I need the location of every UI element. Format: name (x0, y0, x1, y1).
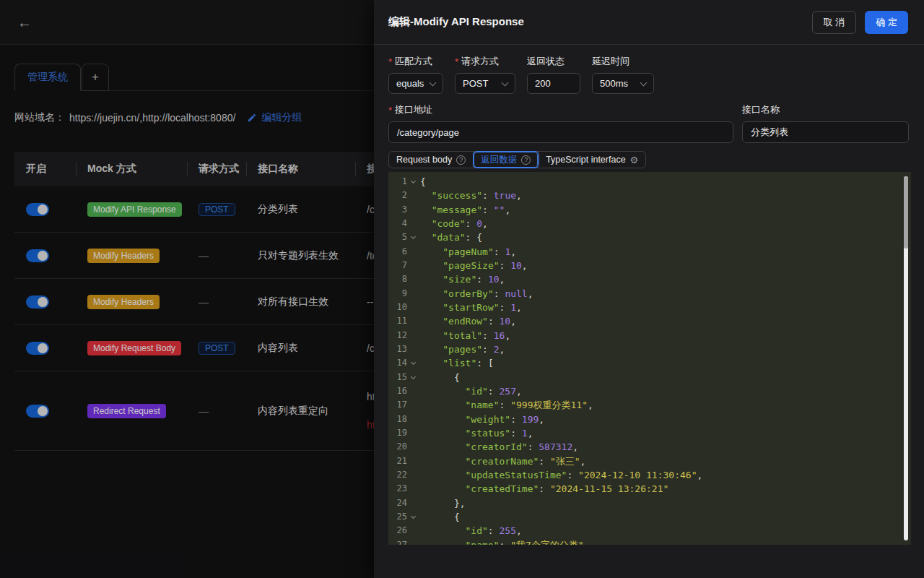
request-method-select[interactable]: POST (455, 73, 515, 94)
api-url-group: *接口地址 /category/page (388, 103, 733, 143)
help-circle-icon[interactable]: ? (456, 155, 466, 165)
drawer-overlay-mask[interactable] (0, 0, 374, 578)
editor-tab-active[interactable]: 返回数据? (474, 152, 539, 168)
token-n: null (505, 288, 527, 299)
token-k: "total" (443, 330, 482, 341)
api-name-input[interactable]: 分类列表 (742, 121, 909, 143)
editor-mode-tabs: Request body?返回数据?TypeScript interface⚙ (388, 151, 646, 168)
chevron-down-icon (430, 79, 437, 86)
required-asterisk: * (455, 56, 458, 67)
fold-caret-icon[interactable] (407, 175, 419, 189)
line-number: 18 (388, 413, 407, 426)
code-text: "id": 257, (420, 384, 911, 398)
token-p: , (516, 386, 522, 397)
token-k: "code" (432, 218, 466, 229)
token-k: "status" (466, 428, 511, 439)
token-p: { (454, 512, 460, 522)
fold-spacer (407, 217, 419, 230)
line-number: 11 (388, 314, 407, 328)
token-n: 1 (522, 428, 528, 439)
code-text: "total": 16, (420, 329, 911, 342)
fold-spacer (407, 468, 419, 482)
help-circle-icon[interactable]: ? (521, 155, 531, 165)
delay-time-select[interactable]: 500ms (592, 73, 654, 94)
token-n: 587312 (539, 441, 572, 452)
token-n: 1 (510, 302, 516, 313)
code-text: "creatorId": 587312, (420, 440, 911, 454)
fold-spacer (407, 454, 419, 468)
token-s: "我7个字的分类" (510, 540, 583, 545)
code-line: 8"size": 10, (388, 272, 911, 286)
line-number: 6 (388, 245, 407, 259)
fold-spacer (407, 272, 419, 286)
token-p: : (494, 288, 505, 299)
gear-icon[interactable]: ⚙ (630, 155, 639, 165)
code-line: 21"creatorName": "张三", (388, 454, 911, 468)
edit-drawer: 编辑-Modify API Response 取 消 确 定 *匹配方式 equ… (374, 0, 924, 578)
token-p: : (488, 386, 500, 397)
code-line: 6"pageNum": 1, (388, 245, 911, 259)
code-text: "size": 10, (420, 272, 911, 286)
match-type-select[interactable]: equals (388, 73, 443, 94)
match-type-label: 匹配方式 (395, 55, 432, 68)
fold-caret-icon[interactable] (407, 230, 419, 244)
token-k: "message" (432, 204, 482, 215)
code-line: 23"createdTime": "2024-11-15 13:26:21" (388, 482, 911, 496)
code-text: "pages": 2, (420, 342, 911, 356)
token-n: 0 (476, 218, 482, 229)
token-p: , (500, 274, 505, 285)
line-number: 15 (388, 371, 407, 384)
fold-spacer (407, 259, 419, 272)
token-p: , (528, 428, 533, 439)
fold-spacer (407, 482, 419, 496)
editor-scrollbar (904, 176, 908, 540)
code-text: "status": 1, (420, 426, 911, 440)
token-p: , (697, 470, 702, 480)
required-asterisk: * (388, 105, 392, 116)
token-p: : { (466, 232, 482, 243)
token-p: }, (454, 498, 466, 509)
token-p: : (482, 190, 494, 201)
token-n: "" (494, 204, 505, 215)
editor-tab-item[interactable]: Request body? (389, 152, 474, 168)
fold-spacer (407, 384, 419, 398)
line-gutter: 25 (388, 510, 420, 524)
fold-spacer (407, 287, 419, 301)
editor-scrollbar-thumb[interactable] (904, 176, 908, 249)
token-p: { (420, 176, 426, 187)
token-p: : (488, 316, 500, 327)
api-url-label: 接口地址 (395, 103, 432, 116)
token-p: : (500, 400, 511, 410)
code-text: "startRow": 1, (420, 301, 911, 314)
fold-caret-icon[interactable] (407, 356, 419, 370)
fold-spacer (407, 203, 419, 217)
fold-spacer (407, 398, 419, 412)
api-url-input[interactable]: /category/page (388, 121, 733, 143)
line-number: 9 (388, 287, 407, 301)
form-row-top: *匹配方式 equals *请求方式 POST 返回状态 200 延迟时间 50… (388, 55, 654, 94)
code-text: "name": "999权重分类11", (420, 398, 911, 412)
fold-caret-icon[interactable] (407, 371, 419, 384)
line-gutter: 18 (388, 413, 420, 426)
fold-spacer (407, 496, 419, 510)
code-text: "createdTime": "2024-11-15 13:26:21" (420, 482, 911, 496)
delay-time-label: 延迟时间 (592, 55, 629, 68)
editor-tab-label: 返回数据 (481, 154, 517, 166)
token-p: : (494, 246, 505, 257)
code-line: 1{ (388, 175, 911, 189)
line-gutter: 27 (388, 538, 420, 545)
cancel-button[interactable]: 取 消 (812, 11, 857, 34)
editor-tab-item[interactable]: TypeScript interface⚙ (539, 152, 645, 168)
fold-caret-icon[interactable] (407, 510, 419, 524)
confirm-button[interactable]: 确 定 (865, 11, 908, 34)
response-status-input[interactable]: 200 (527, 73, 580, 94)
line-number: 12 (388, 329, 407, 342)
token-s: "张三" (550, 456, 580, 467)
token-p: : (528, 441, 539, 452)
drawer-title: 编辑-Modify API Response (388, 15, 812, 29)
json-response-editor[interactable]: 1{2"success": true,3"message": "",4"code… (388, 172, 911, 545)
token-p: , (510, 316, 516, 327)
response-status-group: 返回状态 200 (527, 55, 580, 94)
token-n: 10 (488, 274, 500, 285)
line-number: 13 (388, 342, 407, 356)
